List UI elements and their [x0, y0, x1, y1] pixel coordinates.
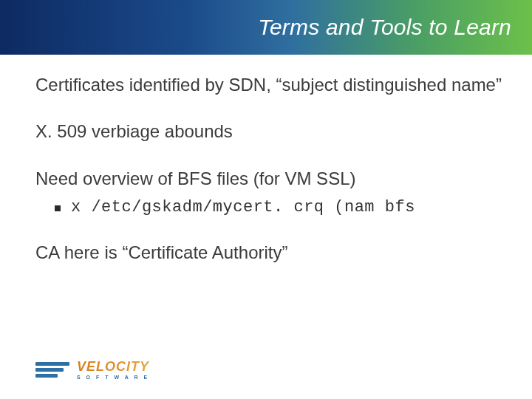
- bullet-bfs: Need overview of BFS files (for VM SSL): [35, 168, 510, 191]
- title-bar: Terms and Tools to Learn: [0, 0, 532, 55]
- bullet-ca: CA here is “Certificate Authority”: [35, 242, 510, 265]
- logo: VELOCITY S O F T W A R E: [35, 360, 149, 380]
- bullet-sdn: Certificates identified by SDN, “subject…: [35, 74, 510, 97]
- logo-text: VELOCITY S O F T W A R E: [77, 360, 149, 380]
- code-line: x /etc/gskadm/mycert. crq (nam bfs: [71, 198, 415, 216]
- logo-bar: [35, 362, 69, 366]
- square-bullet-icon: [55, 205, 61, 211]
- bullet-x509: X. 509 verbiage abounds: [35, 120, 510, 143]
- slide: Terms and Tools to Learn Certificates id…: [0, 0, 532, 399]
- logo-main-text: VELOCITY: [77, 360, 149, 373]
- content-area: Certificates identified by SDN, “subject…: [35, 74, 510, 287]
- sub-bullet-code: x /etc/gskadm/mycert. crq (nam bfs: [55, 198, 510, 216]
- logo-bar: [35, 374, 58, 378]
- logo-mark-icon: [35, 362, 69, 378]
- logo-bar: [35, 368, 64, 372]
- logo-sub-text: S O F T W A R E: [77, 375, 149, 380]
- slide-title: Terms and Tools to Learn: [258, 15, 511, 40]
